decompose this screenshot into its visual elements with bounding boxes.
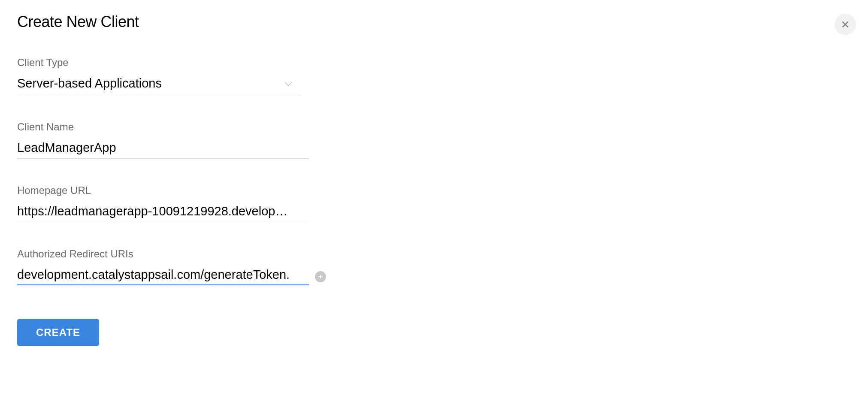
create-client-form: Create New Client Client Type Server-bas… bbox=[0, 0, 868, 399]
client-type-field: Client Type Server-based Applications bbox=[17, 57, 851, 95]
homepage-url-label: Homepage URL bbox=[17, 184, 851, 196]
client-name-field: Client Name bbox=[17, 121, 851, 159]
page-title: Create New Client bbox=[17, 13, 851, 31]
plus-icon bbox=[318, 274, 324, 280]
redirect-uris-label: Authorized Redirect URIs bbox=[17, 248, 851, 260]
redirect-uri-row bbox=[17, 268, 851, 285]
client-type-value: Server-based Applications bbox=[17, 76, 162, 91]
close-icon bbox=[841, 20, 850, 29]
redirect-uri-input[interactable] bbox=[17, 268, 309, 285]
homepage-url-field: Homepage URL bbox=[17, 184, 851, 222]
client-type-select[interactable]: Server-based Applications bbox=[17, 76, 300, 95]
client-name-label: Client Name bbox=[17, 121, 851, 133]
homepage-url-input[interactable] bbox=[17, 204, 309, 222]
client-type-label: Client Type bbox=[17, 57, 851, 69]
close-button[interactable] bbox=[835, 14, 856, 35]
redirect-uris-field: Authorized Redirect URIs bbox=[17, 248, 851, 285]
create-button[interactable]: CREATE bbox=[17, 319, 99, 346]
chevron-down-icon bbox=[282, 78, 294, 90]
client-name-input[interactable] bbox=[17, 141, 309, 159]
add-redirect-uri-button[interactable] bbox=[315, 271, 326, 282]
